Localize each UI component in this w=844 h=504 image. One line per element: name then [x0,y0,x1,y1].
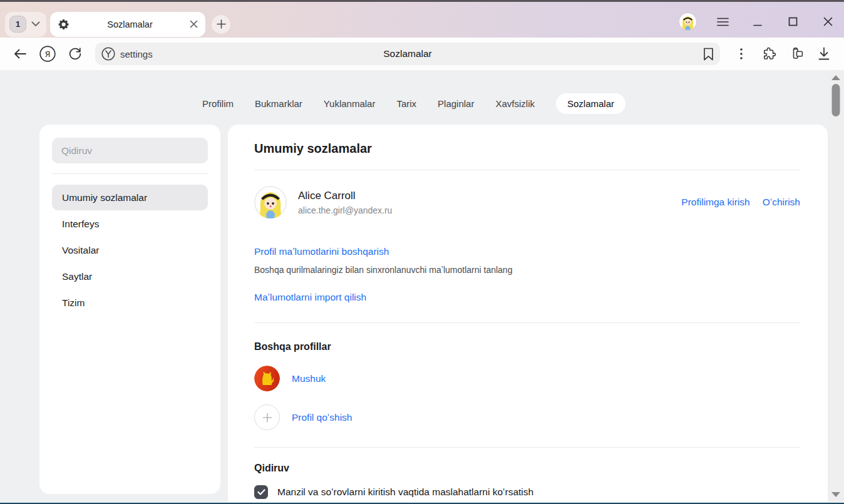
profile-name: Alice Carroll [298,190,392,202]
add-profile-row[interactable]: Profil qoʻshish [254,404,800,430]
import-data-link[interactable]: Maʼlumotlarni import qilish [254,292,366,303]
browser-profile-avatar[interactable] [679,13,696,30]
tab-yuklanmalar[interactable]: Yuklanmalar [324,93,376,114]
minimize-icon [753,18,762,26]
browser-toolbar: Я settings Sozlamalar [0,38,844,70]
sidebar-item-tizim[interactable]: Tizim [52,290,208,316]
downloads-button[interactable] [810,43,838,65]
close-window-button[interactable] [819,13,836,31]
check-icon [257,489,265,495]
tab-sozlamalar[interactable]: Sozlamalar [556,93,625,114]
yandex-home-button[interactable]: Я [34,43,61,65]
delete-profile-link[interactable]: Oʻchirish [763,197,800,208]
scrollbar-thumb[interactable] [832,84,840,116]
other-profile-mushuk[interactable]: Mushuk [254,366,800,391]
tab-counter-badge[interactable]: 1 [9,16,26,33]
browser-menu-button[interactable] [714,13,731,31]
tab-title: Sozlamalar [70,19,190,29]
extensions-button[interactable] [755,43,783,65]
tab-bukmarklar[interactable]: Bukmarklar [255,93,302,114]
divider [254,322,800,323]
other-profile-link[interactable]: Mushuk [292,373,326,384]
reload-icon [68,47,82,61]
tab-plaginlar[interactable]: Plaginlar [438,93,474,114]
plus-icon [217,19,226,29]
site-search-icon [101,47,115,61]
page-scrollbar[interactable] [828,70,844,502]
close-tab-icon[interactable] [190,20,198,28]
tab-profilim[interactable]: Profilim [202,93,234,114]
more-options-button[interactable] [728,43,755,65]
profile-identity: Alice Carroll alice.the.girl@yandex.ru [298,190,392,215]
reload-button[interactable] [61,43,89,65]
bookmark-button[interactable] [703,48,714,61]
plus-circle-icon [254,404,280,430]
minimize-button[interactable] [749,13,766,31]
yandex-logo-icon: Я [39,46,56,62]
avatar [254,186,287,219]
scroll-down-arrow-icon[interactable] [831,492,840,497]
sidebar-item-interfeys[interactable]: Interfeys [52,211,208,237]
page-title-centered: Sozlamalar [95,48,720,59]
suggestions-checkbox[interactable] [254,485,268,499]
sidebar-item-vositalar[interactable]: Vositalar [52,237,208,263]
tab-group-control[interactable]: 1 [5,12,46,37]
cat-avatar [254,366,280,391]
tab-xavfsizlik[interactable]: Xavfsizlik [495,93,535,114]
other-profiles-heading: Boshqa profillar [254,341,800,352]
enter-profile-link[interactable]: Profilimga kirish [681,197,749,208]
chevron-down-icon[interactable] [31,21,40,27]
maximize-button[interactable] [784,13,801,31]
new-tab-button[interactable] [212,15,230,34]
divider [254,447,800,448]
settings-sidebar: Umumiy sozlamalar Interfeys Vositalar Sa… [39,125,220,494]
hamburger-icon [717,18,729,26]
sidebar-divider [52,173,208,174]
puzzle-icon [761,46,776,61]
back-arrow-icon [13,48,27,59]
search-section-heading: Qidiruv [254,463,800,474]
sidebar-item-umumiy-sozlamalar[interactable]: Umumiy sozlamalar [52,185,208,210]
tab-tarix[interactable]: Tarix [396,93,416,114]
profile-email: alice.the.girl@yandex.ru [298,205,392,215]
suggestions-setting-row[interactable]: Manzil va soʻrovlarni kiritish vaqtida m… [254,485,800,499]
scroll-up-arrow-icon[interactable] [831,75,840,80]
url-text[interactable]: settings [120,49,153,59]
bookmark-icon [703,48,714,61]
sidebar-item-saytlar[interactable]: Saytlar [52,264,208,289]
sync-description: Boshqa qurilmalaringiz bilan sinxronlanu… [254,265,800,275]
settings-search-input[interactable] [52,138,208,163]
back-button[interactable] [6,43,34,65]
kebab-menu-icon [740,48,743,59]
divider [254,170,800,170]
titlebar: 1 Sozlamalar [0,0,844,38]
download-icon [818,47,830,61]
close-icon [823,17,833,26]
suggestions-checkbox-label: Manzil va soʻrovlarni kiritish vaqtida m… [277,486,533,498]
add-profile-link[interactable]: Profil qoʻshish [292,412,353,423]
settings-main-panel: Umumiy sozlamalar [228,125,828,502]
collections-button[interactable] [783,43,810,65]
page-title: Umumiy sozlamalar [254,141,800,156]
settings-page: Profilim Bukmarklar Yuklanmalar Tarix Pl… [0,70,844,502]
current-profile-row: Alice Carroll alice.the.girl@yandex.ru P… [254,186,800,219]
gear-icon [58,18,70,31]
maximize-icon [788,17,798,26]
settings-nav-tabs: Profilim Bukmarklar Yuklanmalar Tarix Pl… [0,70,828,114]
browser-tab-sozlamalar[interactable]: Sozlamalar [50,12,205,37]
address-bar[interactable]: settings Sozlamalar [95,43,720,65]
collections-icon [788,46,805,61]
svg-text:Я: Я [44,49,50,59]
manage-profile-data-link[interactable]: Profil maʼlumotlarini boshqarish [254,246,389,257]
